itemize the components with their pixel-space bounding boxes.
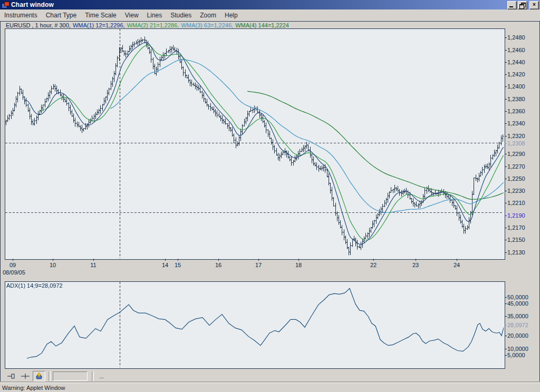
- price-chart-panel: [5, 28, 505, 260]
- price-axis-label: 1,2340: [505, 120, 525, 126]
- time-axis-label: 18: [292, 262, 305, 268]
- price-axis-label: 1,2230: [505, 188, 525, 194]
- chart-client-area: EURUSD , 1 hour, # 300,WMA(1) 12=1,2296,…: [0, 21, 540, 383]
- hline-price-label: 1,2190: [505, 212, 525, 219]
- restore-button[interactable]: [518, 1, 527, 9]
- price-axis-label: 1,2380: [505, 96, 525, 102]
- toolbar-separator: [49, 371, 51, 381]
- legend-wma2: WMA(2) 21=1,2286,: [127, 22, 179, 28]
- pan-tool-icon: [35, 373, 43, 379]
- menu-view[interactable]: View: [121, 11, 143, 21]
- minimize-icon: [509, 6, 513, 7]
- adx-axis-label: 20,0000: [505, 332, 528, 339]
- price-axis-label: 1,2130: [505, 249, 525, 256]
- price-axis-label: 1,2150: [505, 237, 525, 243]
- time-axis-label: 14: [159, 262, 171, 268]
- adx-chart-canvas[interactable]: [5, 282, 504, 367]
- price-axis-label: 1,2400: [505, 83, 525, 90]
- current-price-label: 1,2308: [505, 140, 525, 146]
- legend-wma3: WMA(3) 63=1,2246,: [181, 22, 233, 28]
- status-text: Warning: Applet Window: [2, 385, 65, 391]
- price-axis-label: 1,2460: [505, 47, 525, 53]
- price-axis-label: 1,2170: [505, 224, 525, 231]
- time-axis-tick: [457, 259, 457, 261]
- crosshair-icon: [21, 373, 30, 379]
- time-axis-label: 09: [6, 262, 19, 268]
- pan-tool-button[interactable]: [33, 371, 45, 381]
- price-axis-label: 1,2440: [505, 59, 525, 65]
- price-axis-label: 1,2420: [505, 71, 525, 77]
- time-axis-label: 11: [87, 262, 100, 268]
- price-axis-label: 1,2480: [505, 34, 525, 41]
- time-axis-tick: [258, 259, 259, 261]
- close-button[interactable]: ×: [529, 1, 539, 9]
- menu-lines[interactable]: Lines: [143, 11, 167, 21]
- time-axis-label: 23: [409, 262, 422, 268]
- minimize-button[interactable]: [507, 1, 517, 9]
- price-axis-label: 1,2290: [505, 151, 525, 157]
- bottom-toolbar: ...: [1, 370, 538, 381]
- time-axis-label: 22: [367, 262, 380, 268]
- title-bar[interactable]: Chart window ×: [0, 0, 540, 9]
- legend-wma1: WMA(1) 12=1,2296,: [73, 22, 125, 28]
- price-axis-label: 1,2320: [505, 133, 525, 139]
- adx-axis-label: 50,0000: [505, 294, 528, 300]
- adx-panel: [5, 281, 505, 369]
- menu-time-scale[interactable]: Time Scale: [81, 11, 121, 21]
- price-chart-canvas[interactable]: [5, 29, 504, 258]
- pin-tool-button[interactable]: [5, 371, 18, 381]
- toolbar-separator: [92, 371, 94, 381]
- window-title: Chart window: [11, 1, 54, 8]
- time-axis-label: 15: [171, 262, 184, 268]
- pin-icon: [7, 373, 16, 379]
- crosshair-tool-button[interactable]: [19, 371, 32, 381]
- price-axis-label: 1,2270: [505, 163, 525, 170]
- time-axis: 08/09/05 0910111415161718222324: [1, 259, 539, 281]
- chart-window: Chart window × Instruments Chart Type Ti…: [0, 0, 540, 392]
- app-icon: [2, 2, 9, 8]
- menu-studies[interactable]: Studies: [166, 11, 196, 21]
- date-label: 08/09/05: [3, 269, 25, 276]
- adx-axis-label: 35,0000: [505, 313, 528, 319]
- time-axis-tick: [53, 259, 53, 261]
- time-axis-label: 17: [252, 262, 265, 268]
- time-axis-tick: [373, 259, 374, 261]
- legend-symbol: EURUSD , 1 hour, # 300,: [6, 22, 71, 28]
- window-controls: ×: [507, 1, 539, 9]
- adx-axis-label: 45,0000: [505, 300, 528, 307]
- menu-bar: Instruments Chart Type Time Scale View L…: [0, 9, 540, 21]
- time-axis-tick: [13, 259, 13, 261]
- menu-instruments[interactable]: Instruments: [0, 11, 42, 21]
- price-axis-label: 1,2250: [505, 175, 525, 182]
- price-axis-label: 1,2360: [505, 108, 525, 114]
- time-axis-label: 16: [212, 262, 225, 268]
- status-bar: Warning: Applet Window: [0, 383, 540, 392]
- time-axis-label: 24: [450, 262, 463, 268]
- adx-axis-label: 10,0000: [505, 346, 528, 352]
- toolbar-message: ...: [96, 373, 104, 379]
- time-axis-tick: [298, 259, 299, 261]
- time-axis-tick: [93, 259, 94, 261]
- adx-legend: ADX(1) 14;9=28,0972: [6, 282, 63, 289]
- menu-chart-type[interactable]: Chart Type: [42, 11, 81, 21]
- time-axis-tick: [165, 259, 166, 261]
- price-axis-label: 1,2210: [505, 200, 525, 206]
- time-axis-tick: [178, 259, 178, 261]
- adx-current-label: 28,0972: [505, 322, 528, 328]
- toolbar-field[interactable]: [53, 371, 88, 381]
- time-axis-label: 10: [46, 262, 59, 268]
- close-icon: ×: [533, 2, 536, 7]
- legend-wma4: WMA(4) 144=1,2224: [235, 22, 289, 28]
- menu-zoom[interactable]: Zoom: [196, 11, 220, 21]
- time-axis-tick: [416, 259, 416, 261]
- menu-help[interactable]: Help: [220, 11, 242, 21]
- time-axis-tick: [218, 259, 219, 261]
- adx-axis-label: 5,0000: [505, 352, 525, 358]
